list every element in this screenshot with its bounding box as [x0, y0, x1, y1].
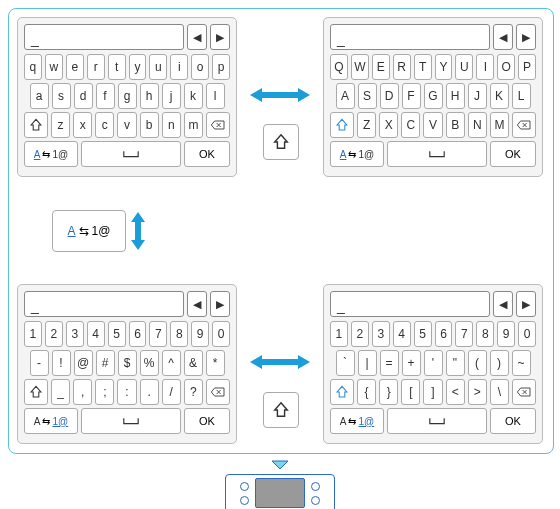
key-at[interactable]: @	[74, 350, 93, 376]
key-4[interactable]: 4	[393, 321, 411, 347]
key-amp[interactable]: &	[184, 350, 203, 376]
key-rbracket[interactable]: ]	[423, 379, 442, 405]
key-0[interactable]: 0	[212, 321, 230, 347]
key-N[interactable]: N	[468, 112, 487, 138]
mode-toggle[interactable]: A⇆1@	[24, 408, 78, 434]
mode-toggle[interactable]: A⇆1@	[24, 141, 78, 167]
ok-button[interactable]: OK	[490, 408, 536, 434]
space-key[interactable]	[387, 141, 487, 167]
key-P[interactable]: P	[518, 54, 536, 80]
key-caret[interactable]: ^	[162, 350, 181, 376]
key-dash[interactable]: -	[30, 350, 49, 376]
key-q[interactable]: q	[24, 54, 42, 80]
key-2[interactable]: 2	[45, 321, 63, 347]
key-e[interactable]: e	[66, 54, 84, 80]
key-l[interactable]: l	[206, 83, 225, 109]
key-r[interactable]: r	[87, 54, 105, 80]
key-rparen[interactable]: )	[490, 350, 509, 376]
key-t[interactable]: t	[108, 54, 126, 80]
shift-key[interactable]	[24, 379, 48, 405]
key-A[interactable]: A	[336, 83, 355, 109]
cursor-left-button[interactable]: ◀	[187, 24, 207, 50]
key-9[interactable]: 9	[191, 321, 209, 347]
cursor-right-button[interactable]: ▶	[210, 24, 230, 50]
key-dollar[interactable]: $	[118, 350, 137, 376]
text-input[interactable]: _	[24, 24, 184, 50]
shift-key-active[interactable]	[330, 379, 354, 405]
key-pipe[interactable]: |	[358, 350, 377, 376]
key-O[interactable]: O	[497, 54, 515, 80]
key-2[interactable]: 2	[351, 321, 369, 347]
key-p[interactable]: p	[212, 54, 230, 80]
key-0[interactable]: 0	[518, 321, 536, 347]
space-key[interactable]	[81, 408, 181, 434]
key-G[interactable]: G	[424, 83, 443, 109]
key-6[interactable]: 6	[129, 321, 147, 347]
ok-button[interactable]: OK	[184, 408, 230, 434]
key-question[interactable]: ?	[184, 379, 203, 405]
key-excl[interactable]: !	[52, 350, 71, 376]
key-tilde[interactable]: ~	[512, 350, 531, 376]
cursor-right-button[interactable]: ▶	[516, 291, 536, 317]
key-rbrace[interactable]: }	[379, 379, 398, 405]
key-equals[interactable]: =	[380, 350, 399, 376]
key-B[interactable]: B	[446, 112, 465, 138]
key-comma[interactable]: ,	[73, 379, 92, 405]
key-star[interactable]: *	[206, 350, 225, 376]
key-slash[interactable]: /	[162, 379, 181, 405]
key-8[interactable]: 8	[170, 321, 188, 347]
key-lbrace[interactable]: {	[357, 379, 376, 405]
key-b[interactable]: b	[140, 112, 159, 138]
backspace-key[interactable]	[206, 112, 230, 138]
key-g[interactable]: g	[118, 83, 137, 109]
key-underscore[interactable]: _	[51, 379, 70, 405]
key-backslash[interactable]: \	[490, 379, 509, 405]
key-X[interactable]: X	[379, 112, 398, 138]
key-7[interactable]: 7	[455, 321, 473, 347]
key-a[interactable]: a	[30, 83, 49, 109]
key-8[interactable]: 8	[476, 321, 494, 347]
key-x[interactable]: x	[73, 112, 92, 138]
key-J[interactable]: J	[468, 83, 487, 109]
key-9[interactable]: 9	[497, 321, 515, 347]
key-backtick[interactable]: `	[336, 350, 355, 376]
key-y[interactable]: y	[129, 54, 147, 80]
key-lbracket[interactable]: [	[401, 379, 420, 405]
key-Z[interactable]: Z	[357, 112, 376, 138]
key-d[interactable]: d	[74, 83, 93, 109]
key-percent[interactable]: %	[140, 350, 159, 376]
key-E[interactable]: E	[372, 54, 390, 80]
key-m[interactable]: m	[184, 112, 203, 138]
mode-toggle[interactable]: A⇆1@	[330, 141, 384, 167]
cursor-right-button[interactable]: ▶	[210, 291, 230, 317]
key-U[interactable]: U	[455, 54, 473, 80]
key-R[interactable]: R	[393, 54, 411, 80]
key-plus[interactable]: +	[402, 350, 421, 376]
key-5[interactable]: 5	[414, 321, 432, 347]
key-semicolon[interactable]: ;	[95, 379, 114, 405]
key-I[interactable]: I	[476, 54, 494, 80]
key-6[interactable]: 6	[435, 321, 453, 347]
cursor-right-button[interactable]: ▶	[516, 24, 536, 50]
key-M[interactable]: M	[490, 112, 509, 138]
key-C[interactable]: C	[401, 112, 420, 138]
key-1[interactable]: 1	[24, 321, 42, 347]
key-h[interactable]: h	[140, 83, 159, 109]
key-colon[interactable]: :	[117, 379, 136, 405]
key-lparen[interactable]: (	[468, 350, 487, 376]
key-K[interactable]: K	[490, 83, 509, 109]
key-hash[interactable]: #	[96, 350, 115, 376]
ok-button[interactable]: OK	[184, 141, 230, 167]
key-H[interactable]: H	[446, 83, 465, 109]
key-T[interactable]: T	[414, 54, 432, 80]
key-apos[interactable]: '	[424, 350, 443, 376]
cursor-left-button[interactable]: ◀	[187, 291, 207, 317]
key-f[interactable]: f	[96, 83, 115, 109]
key-1[interactable]: 1	[330, 321, 348, 347]
key-j[interactable]: j	[162, 83, 181, 109]
backspace-key[interactable]	[512, 379, 536, 405]
key-v[interactable]: v	[117, 112, 136, 138]
key-3[interactable]: 3	[372, 321, 390, 347]
key-Q[interactable]: Q	[330, 54, 348, 80]
space-key[interactable]	[387, 408, 487, 434]
